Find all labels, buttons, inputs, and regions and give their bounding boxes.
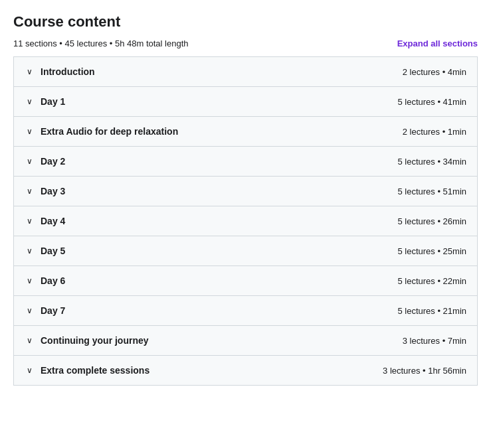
section-title: Introduction	[41, 66, 95, 77]
section-title: Day 6	[41, 275, 65, 286]
section-meta: 2 lectures • 1min	[403, 127, 466, 137]
section-title: Day 5	[41, 246, 65, 256]
section-meta: 5 lectures • 22min	[397, 276, 466, 286]
section-row[interactable]: ∨Continuing your journey3 lectures • 7mi…	[14, 326, 477, 356]
chevron-down-icon: ∨	[25, 157, 34, 166]
expand-all-button[interactable]: Expand all sections	[397, 38, 478, 48]
course-meta-text: 11 sections • 45 lectures • 5h 48m total…	[13, 38, 188, 48]
section-meta: 5 lectures • 51min	[397, 187, 466, 196]
chevron-down-icon: ∨	[25, 216, 34, 226]
section-row[interactable]: ∨Extra Audio for deep relaxation2 lectur…	[14, 117, 477, 147]
section-left: ∨Day 2	[25, 156, 65, 167]
sections-list: ∨Introduction2 lectures • 4min∨Day 15 le…	[13, 56, 478, 386]
section-left: ∨Extra Audio for deep relaxation	[25, 126, 178, 137]
section-row[interactable]: ∨Day 45 lectures • 26min	[14, 206, 477, 236]
section-row[interactable]: ∨Introduction2 lectures • 4min	[14, 57, 477, 87]
section-row[interactable]: ∨Day 65 lectures • 22min	[14, 266, 477, 296]
section-title: Day 7	[41, 305, 65, 316]
section-left: ∨Day 6	[25, 275, 65, 286]
section-row[interactable]: ∨Day 75 lectures • 21min	[14, 296, 477, 326]
section-row[interactable]: ∨Day 25 lectures • 34min	[14, 147, 477, 177]
chevron-down-icon: ∨	[25, 366, 34, 375]
section-meta: 5 lectures • 21min	[397, 306, 466, 316]
section-row[interactable]: ∨Day 35 lectures • 51min	[14, 177, 477, 206]
section-left: ∨Day 1	[25, 96, 65, 107]
section-left: ∨Extra complete sessions	[25, 365, 149, 376]
chevron-down-icon: ∨	[25, 336, 34, 345]
section-left: ∨Day 3	[25, 186, 65, 196]
chevron-down-icon: ∨	[25, 246, 34, 256]
section-meta: 3 lectures • 1hr 56min	[383, 366, 466, 376]
section-title: Day 2	[41, 156, 65, 167]
section-row[interactable]: ∨Extra complete sessions3 lectures • 1hr…	[14, 356, 477, 385]
section-title: Extra Audio for deep relaxation	[41, 126, 178, 137]
chevron-down-icon: ∨	[25, 306, 34, 315]
section-title: Continuing your journey	[41, 335, 149, 346]
section-title: Day 4	[41, 216, 65, 226]
chevron-down-icon: ∨	[25, 187, 34, 196]
page-title: Course content	[13, 13, 478, 31]
course-meta-bar: 11 sections • 45 lectures • 5h 48m total…	[13, 38, 478, 48]
section-row[interactable]: ∨Day 55 lectures • 25min	[14, 236, 477, 266]
section-meta: 5 lectures • 41min	[397, 97, 466, 107]
chevron-down-icon: ∨	[25, 67, 34, 76]
section-meta: 5 lectures • 25min	[397, 246, 466, 256]
chevron-down-icon: ∨	[25, 97, 34, 106]
section-left: ∨Continuing your journey	[25, 335, 149, 346]
section-left: ∨Introduction	[25, 66, 95, 77]
course-content-panel: Course content 11 sections • 45 lectures…	[13, 13, 478, 386]
section-left: ∨Day 5	[25, 246, 65, 256]
section-left: ∨Day 4	[25, 216, 65, 226]
section-meta: 2 lectures • 4min	[403, 67, 466, 77]
section-title: Extra complete sessions	[41, 365, 149, 376]
section-row[interactable]: ∨Day 15 lectures • 41min	[14, 87, 477, 117]
section-meta: 5 lectures • 26min	[397, 216, 466, 226]
section-meta: 3 lectures • 7min	[403, 336, 466, 346]
section-left: ∨Day 7	[25, 305, 65, 316]
section-meta: 5 lectures • 34min	[397, 157, 466, 167]
chevron-down-icon: ∨	[25, 127, 34, 136]
chevron-down-icon: ∨	[25, 276, 34, 285]
section-title: Day 1	[41, 96, 65, 107]
section-title: Day 3	[41, 186, 65, 196]
